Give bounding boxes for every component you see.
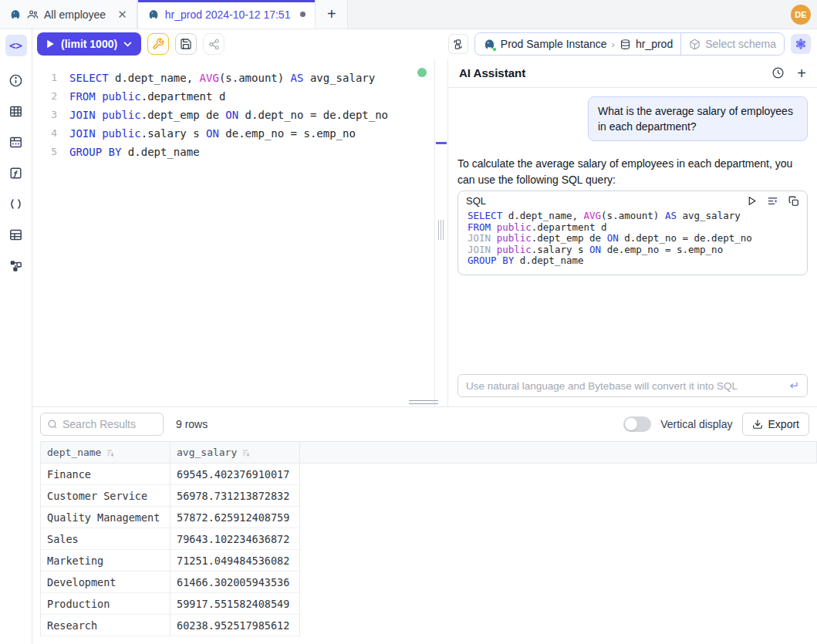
- results-panel: 9 rows Vertical display Export dept_name…: [32, 406, 817, 644]
- table-cell[interactable]: 59917.551582408549: [170, 593, 300, 615]
- table-cell[interactable]: 60238.952517985612: [170, 615, 300, 636]
- close-icon[interactable]: ✕: [117, 8, 127, 22]
- parentheses-icon[interactable]: [5, 193, 27, 214]
- search-icon: [47, 419, 58, 430]
- save-sheet-button[interactable]: [175, 33, 197, 55]
- new-tab-button[interactable]: +: [316, 0, 348, 29]
- code-line[interactable]: 3JOIN public.dept_emp de ON d.dept_no = …: [32, 106, 434, 124]
- user-avatar[interactable]: DE: [791, 5, 811, 25]
- table-cell[interactable]: 61466.302005943536: [170, 572, 300, 593]
- ai-code-line: JOIN public.salary s ON de.emp_no = s.em…: [468, 244, 799, 256]
- ai-code-line: FROM public.department d: [468, 222, 799, 234]
- sql-editor[interactable]: 1SELECT d.dept_name, AVG(s.amount) AS av…: [32, 59, 434, 406]
- search-results-box: [40, 413, 164, 436]
- format-sql-button[interactable]: [147, 33, 169, 55]
- table-cell[interactable]: Marketing: [41, 550, 170, 572]
- editor-toolbar: (limit 1000) Prod Sample Instance ›: [32, 29, 817, 59]
- database-icon: [620, 39, 631, 50]
- line-number: 5: [32, 143, 69, 161]
- table-cell[interactable]: 71251.049484536082: [170, 550, 300, 572]
- schema-placeholder: Select schema: [705, 38, 776, 50]
- ai-chat-area: What is the average salary of employees …: [448, 88, 817, 275]
- table-cell[interactable]: Customer Service: [41, 485, 170, 507]
- tab-bar: All employee ✕ hr_prod 2024-10-12 17:51 …: [0, 0, 817, 29]
- table-cell[interactable]: 56978.731213872832: [170, 485, 300, 507]
- table-cell[interactable]: 79643.102234636872: [170, 528, 300, 550]
- schema-select[interactable]: Select schema: [680, 33, 784, 55]
- table-cell[interactable]: Development: [41, 572, 170, 593]
- table-cell[interactable]: Production: [41, 593, 170, 615]
- sort-icon[interactable]: [241, 448, 251, 457]
- new-chat-icon[interactable]: +: [797, 66, 806, 81]
- ai-assistant-header: AI Assistant +: [448, 59, 817, 88]
- ai-sql-code[interactable]: SELECT d.dept_name, AVG(s.amount) AS avg…: [458, 208, 807, 275]
- table-detail-icon[interactable]: [5, 131, 27, 153]
- info-icon[interactable]: [5, 69, 27, 91]
- history-clock-icon[interactable]: [771, 66, 785, 79]
- code-line[interactable]: 2FROM public.department d: [32, 87, 434, 106]
- ai-code-line: JOIN public.dept_emp de ON d.dept_no = d…: [468, 233, 799, 244]
- column-header-avg_salary[interactable]: avg_salary: [170, 442, 300, 463]
- openai-assistant-button[interactable]: [791, 34, 811, 54]
- table-cell[interactable]: 57872.625912408759: [170, 507, 300, 528]
- results-grid: dept_nameavg_salaryFinance69545.40237691…: [40, 441, 817, 636]
- table-row: Finance69545.402376910017: [40, 464, 817, 485]
- sql-card-label: SQL: [466, 195, 486, 207]
- connection-picker[interactable]: Prod Sample Instance › hr_prod Select sc…: [474, 32, 785, 56]
- table-icon[interactable]: [5, 100, 27, 122]
- ai-answer-text: To calculate the average salary of emplo…: [457, 156, 808, 188]
- submit-return-icon[interactable]: ↵: [789, 379, 799, 393]
- table-secondary-icon[interactable]: [5, 224, 27, 245]
- code-line[interactable]: 4JOIN public.salary s ON de.emp_no = s.e…: [32, 124, 434, 143]
- insert-code-icon[interactable]: [767, 195, 778, 207]
- batch-mode-button[interactable]: [448, 34, 468, 54]
- table-header-row: dept_nameavg_salary: [40, 441, 817, 464]
- vertical-resize-handle[interactable]: [438, 220, 444, 240]
- ai-assistant-title: AI Assistant: [459, 66, 525, 79]
- line-number: 3: [32, 106, 69, 124]
- export-button[interactable]: Export: [742, 413, 809, 436]
- run-limit-label: (limit 1000): [61, 38, 117, 50]
- instance-database-segment[interactable]: Prod Sample Instance › hr_prod: [475, 33, 680, 55]
- copy-icon[interactable]: [788, 196, 799, 207]
- sql-editor-code-icon[interactable]: <>: [5, 35, 27, 56]
- run-query-button[interactable]: (limit 1000): [37, 32, 141, 56]
- ai-prompt-input[interactable]: [466, 380, 789, 392]
- table-cell[interactable]: Research: [41, 615, 170, 636]
- line-number: 1: [32, 69, 69, 87]
- table-row: Quality Management57872.625912408759: [40, 507, 817, 528]
- user-question-bubble: What is the average salary of employees …: [588, 96, 808, 141]
- header-filler: [300, 442, 816, 463]
- code-line[interactable]: 5GROUP BY d.dept_name: [32, 143, 434, 161]
- column-header-dept_name[interactable]: dept_name: [41, 442, 170, 463]
- vertical-display-toggle[interactable]: [623, 416, 651, 432]
- table-cell[interactable]: Sales: [41, 528, 170, 550]
- schema-diagram-icon[interactable]: [5, 255, 27, 276]
- wrench-icon: [152, 38, 164, 50]
- vertical-display-label: Vertical display: [660, 418, 732, 430]
- tab-label: hr_prod 2024-10-12 17:51: [165, 8, 291, 21]
- tab-all-employee[interactable]: All employee ✕: [0, 0, 137, 29]
- postgres-icon: [9, 8, 22, 21]
- table-cell[interactable]: 69545.402376910017: [170, 464, 300, 485]
- batch-query-icon: [452, 39, 464, 50]
- ai-input-container: ↵: [457, 374, 808, 397]
- table-cell[interactable]: Quality Management: [41, 507, 170, 528]
- line-number: 4: [32, 124, 69, 143]
- postgres-icon: [147, 8, 160, 21]
- code-line[interactable]: 1SELECT d.dept_name, AVG(s.amount) AS av…: [32, 69, 434, 87]
- save-icon: [180, 38, 192, 50]
- horizontal-resize-handle[interactable]: [409, 400, 438, 406]
- shared-sheet-icon: [27, 8, 39, 20]
- share-icon: [208, 39, 220, 50]
- sort-icon[interactable]: [106, 448, 115, 457]
- tab-hr-prod[interactable]: hr_prod 2024-10-12 17:51: [137, 0, 316, 29]
- line-number: 2: [32, 87, 69, 106]
- run-code-icon[interactable]: [747, 196, 757, 206]
- search-results-input[interactable]: [62, 418, 147, 430]
- share-sheet-button[interactable]: [203, 33, 225, 55]
- table-cell[interactable]: Finance: [41, 464, 170, 485]
- ai-code-line: GROUP BY d.dept_name: [468, 255, 799, 267]
- ai-assistant-panel: AI Assistant + What is the average salar…: [447, 59, 817, 406]
- function-icon[interactable]: [5, 162, 27, 184]
